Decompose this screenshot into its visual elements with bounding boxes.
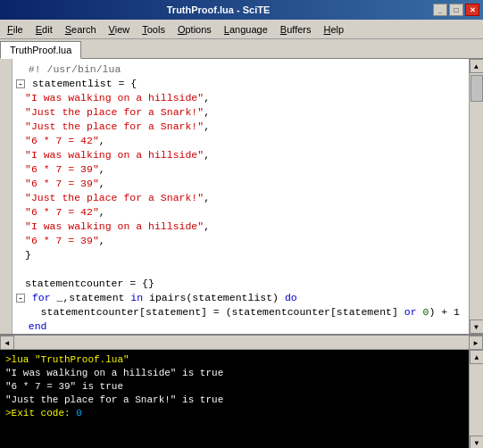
menu-tools[interactable]: Tools xyxy=(137,22,171,37)
code-line-13: "6 * 7 = 39", xyxy=(16,234,465,248)
maximize-button[interactable]: □ xyxy=(449,4,463,16)
code-line-12: "I was walking on a hillside", xyxy=(16,220,465,234)
title-bar: TruthProof.lua - SciTE _ □ ✕ xyxy=(0,0,483,20)
scroll-left-arrow[interactable]: ◄ xyxy=(0,336,14,350)
code-line-10: "Just the place for a Snark!", xyxy=(16,191,465,205)
editor-scrollbar[interactable]: ▲ ▼ xyxy=(469,59,483,334)
code-line-18: statementcounter[statement] = (statement… xyxy=(16,305,465,319)
menu-file[interactable]: File xyxy=(2,22,29,37)
menu-view[interactable]: View xyxy=(104,22,136,37)
menu-bar: File Edit Search View Tools Options Lang… xyxy=(0,20,483,39)
scroll-up-arrow[interactable]: ▲ xyxy=(470,59,484,73)
output-line-3: "6 * 7 = 39" is true xyxy=(5,380,463,394)
title-bar-text: TruthProof.lua - SciTE xyxy=(4,4,433,15)
output-content[interactable]: >lua "TruthProof.lua" "I was walking on … xyxy=(0,350,469,448)
menu-help[interactable]: Help xyxy=(318,22,349,37)
fold-margin xyxy=(0,59,12,334)
code-line-15 xyxy=(16,262,465,277)
output-line-4: "Just the place for a Snark!" is true xyxy=(5,394,463,407)
output-line-1: >lua "TruthProof.lua" xyxy=(5,353,463,367)
code-line-14: } xyxy=(16,248,465,262)
code-line-17: - for _,statement in ipairs(statementlis… xyxy=(16,291,465,305)
scroll-right-arrow[interactable]: ► xyxy=(469,336,483,350)
code-line-2: - statementlist = { xyxy=(16,77,465,91)
code-line-1: #! /usr/bin/lua xyxy=(16,62,465,77)
horizontal-scrollbar[interactable]: ◄ ► xyxy=(0,336,483,350)
scroll-thumb[interactable] xyxy=(471,75,483,102)
code-line-7: "I was walking on a hillside", xyxy=(16,148,465,162)
menu-language[interactable]: Language xyxy=(219,22,273,37)
editor-content[interactable]: #! /usr/bin/lua - statementlist = { "I w… xyxy=(12,59,469,334)
minimize-button[interactable]: _ xyxy=(433,4,447,16)
code-line-3: "I was walking on a hillside", xyxy=(16,91,465,105)
output-line-5: >Exit code: 0 xyxy=(5,407,463,420)
menu-search[interactable]: Search xyxy=(60,22,102,37)
tab-truthproof[interactable]: TruthProof.lua xyxy=(0,41,81,59)
menu-options[interactable]: Options xyxy=(172,22,217,37)
output-line-2: "I was walking on a hillside" is true xyxy=(5,367,463,380)
menu-buffers[interactable]: Buffers xyxy=(275,22,317,37)
output-container: >lua "TruthProof.lua" "I was walking on … xyxy=(0,350,483,448)
code-line-11: "6 * 7 = 42", xyxy=(16,205,465,220)
menu-edit[interactable]: Edit xyxy=(30,22,58,37)
close-button[interactable]: ✕ xyxy=(465,4,479,16)
tab-bar: TruthProof.lua xyxy=(0,39,483,59)
code-line-9: "6 * 7 = 39", xyxy=(16,177,465,191)
output-scroll-up[interactable]: ▲ xyxy=(470,350,483,364)
title-bar-buttons: _ □ ✕ xyxy=(433,4,479,16)
code-line-4: "Just the place for a Snark!", xyxy=(16,105,465,120)
output-scroll-down[interactable]: ▼ xyxy=(470,436,483,448)
code-line-16: statementcounter = {} xyxy=(16,277,465,291)
code-line-6: "6 * 7 = 42", xyxy=(16,134,465,148)
editor-container: #! /usr/bin/lua - statementlist = { "I w… xyxy=(0,59,483,336)
code-line-19: end xyxy=(16,319,465,334)
code-line-8: "6 * 7 = 39", xyxy=(16,162,465,177)
scroll-down-arrow[interactable]: ▼ xyxy=(470,319,484,334)
output-scrollbar[interactable]: ▲ ▼ xyxy=(469,350,483,448)
code-line-5: "Just the place for a Snark!", xyxy=(16,120,465,134)
